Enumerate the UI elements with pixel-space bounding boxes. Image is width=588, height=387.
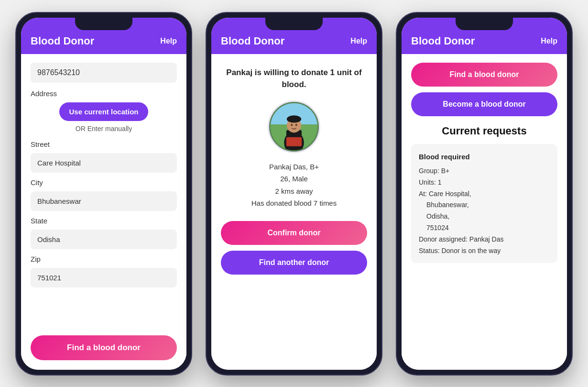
card-at: At: Care Hospital, xyxy=(419,188,550,200)
state-input[interactable] xyxy=(31,230,177,249)
become-blood-donor-button[interactable]: Become a blood donor xyxy=(411,92,557,116)
phone2-app-title: Blood Donor xyxy=(221,35,284,47)
svg-point-9 xyxy=(291,123,293,126)
card-state: Odisha, xyxy=(419,211,550,222)
zip-input[interactable] xyxy=(31,268,177,287)
current-requests-title: Current requests xyxy=(411,125,557,137)
find-blood-donor-button-3[interactable]: Find a blood donor xyxy=(411,63,557,87)
phone1-bottom: Find a blood donor xyxy=(21,321,186,370)
confirm-donor-button[interactable]: Confirm donor xyxy=(221,221,367,245)
card-city: Bhubaneswar, xyxy=(419,199,550,211)
donor-distance: 2 kms away xyxy=(221,185,367,198)
notch-2 xyxy=(265,18,323,30)
phone2-help-btn[interactable]: Help xyxy=(350,37,367,45)
card-status: Status: Donor is on the way xyxy=(419,245,550,257)
card-zip: 751024 xyxy=(419,222,550,234)
state-label: State xyxy=(31,217,177,225)
card-donor-assigned: Donor assigned: Pankaj Das xyxy=(419,234,550,245)
address-label: Address xyxy=(31,89,177,98)
street-label: Street xyxy=(31,140,177,148)
donor-intro-text: Pankaj is willing to donate 1 unit of bl… xyxy=(221,63,367,91)
phone1-help-btn[interactable]: Help xyxy=(160,37,177,45)
phone-1: Blood Donor Help 9876543210 Address Use … xyxy=(15,12,192,376)
phone1-content: 9876543210 Address Use current location … xyxy=(21,54,186,321)
city-label: City xyxy=(31,178,177,187)
donor-avatar xyxy=(268,100,320,153)
card-units: Units: 1 xyxy=(419,177,550,188)
find-another-donor-button[interactable]: Find another donor xyxy=(221,251,367,275)
phone-number-display: 9876543210 xyxy=(31,63,177,83)
donor-name-bloodgroup: Pankaj Das, B+ xyxy=(221,161,367,173)
notch-1 xyxy=(75,18,132,30)
svg-point-8 xyxy=(287,115,301,122)
blood-request-card: Blood required Group: B+ Units: 1 At: Ca… xyxy=(411,144,557,264)
phone2-content: Pankaj is willing to donate 1 unit of bl… xyxy=(211,54,377,370)
phone3-content: Find a blood donor Become a blood donor … xyxy=(402,54,567,370)
donor-age-gender: 26, Male xyxy=(221,173,367,185)
or-enter-text: OR Enter manually xyxy=(31,125,177,133)
phone-2: Blood Donor Help Pankaj is willing to do… xyxy=(206,12,382,376)
zip-label: Zip xyxy=(31,255,177,263)
phone3-help-btn[interactable]: Help xyxy=(541,37,557,45)
donor-avatar-wrapper xyxy=(221,100,367,153)
phone-3: Blood Donor Help Find a blood donor Beco… xyxy=(396,12,573,376)
donor-donated-count: Has donated blood 7 times xyxy=(221,197,367,210)
notch-3 xyxy=(456,18,513,30)
street-input[interactable] xyxy=(31,153,177,173)
donor-avatar-svg xyxy=(269,102,319,152)
use-location-button[interactable]: Use current location xyxy=(59,102,148,121)
phone1-app-title: Blood Donor xyxy=(31,35,94,47)
phone3-app-title: Blood Donor xyxy=(411,35,475,47)
donor-info-section: Pankaj Das, B+ 26, Male 2 kms away Has d… xyxy=(221,161,367,210)
city-input[interactable] xyxy=(31,191,177,211)
card-group: Group: B+ xyxy=(419,166,550,177)
card-title: Blood required xyxy=(419,151,550,163)
svg-rect-6 xyxy=(286,137,302,146)
svg-point-10 xyxy=(295,123,297,126)
find-blood-donor-button[interactable]: Find a blood donor xyxy=(31,335,177,360)
